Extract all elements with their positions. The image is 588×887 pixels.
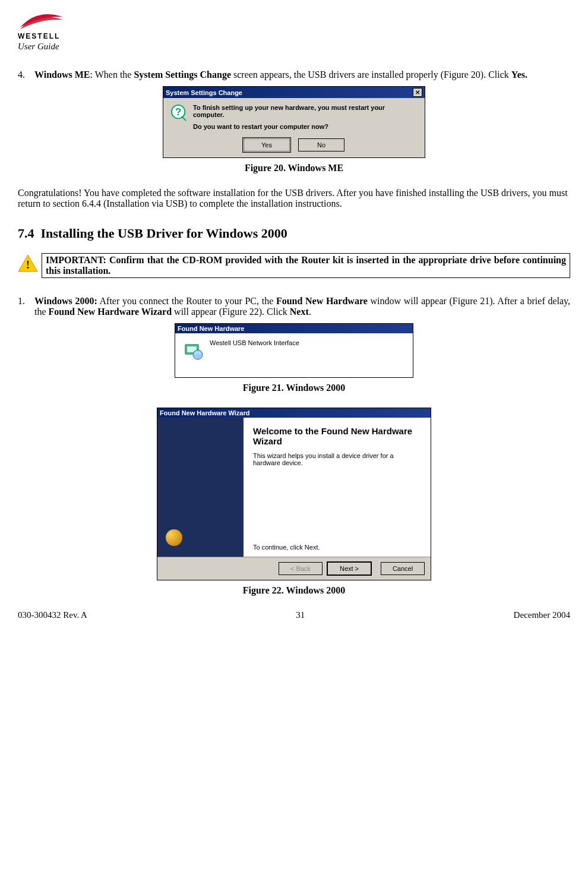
step-4: 4. Windows ME: When the System Settings … xyxy=(18,70,570,80)
dialog-titlebar: Found New Hardware Wizard xyxy=(157,408,431,418)
hardware-wizard-dialog: Found New Hardware Wizard Welcome to the… xyxy=(157,408,431,580)
wizard-continue-text: To continue, click Next. xyxy=(253,544,421,551)
dialog-title: Found New Hardware Wizard xyxy=(160,409,249,416)
step-number: 1. xyxy=(18,296,34,317)
section-heading: 7.4 Installing the USB Driver for Window… xyxy=(18,226,570,241)
svg-text:?: ? xyxy=(175,106,181,118)
figure-22-caption: Figure 22. Windows 2000 xyxy=(18,585,570,596)
dialog-titlebar: System Settings Change ✕ xyxy=(163,87,425,98)
hardware-icon xyxy=(182,339,204,361)
device-name: Westell USB Network Interface xyxy=(210,339,299,346)
footer-right: December 2004 xyxy=(514,610,570,620)
cancel-button[interactable]: Cancel xyxy=(381,562,425,575)
figure-21-caption: Figure 21. Windows 2000 xyxy=(18,383,570,393)
dialog-title: System Settings Change xyxy=(166,89,242,96)
wizard-body-text: This wizard helps you install a device d… xyxy=(253,452,421,466)
svg-text:!: ! xyxy=(26,259,30,271)
footer-left: 030-300432 Rev. A xyxy=(18,610,87,620)
logo-swoosh-icon xyxy=(18,12,65,33)
dialog-text-line1: To finish setting up your new hardware, … xyxy=(193,104,418,118)
congrats-paragraph: Congratulations! You have completed the … xyxy=(18,188,570,209)
no-button[interactable]: No xyxy=(298,138,344,151)
close-icon[interactable]: ✕ xyxy=(413,88,422,97)
footer-page-number: 31 xyxy=(296,610,305,620)
step-text: Windows 2000: After you connect the Rout… xyxy=(34,296,570,317)
back-button: < Back xyxy=(279,562,323,575)
important-text: IMPORTANT: Confirm that the CD-ROM provi… xyxy=(42,253,570,278)
step-number: 4. xyxy=(18,70,34,80)
wizard-sidebar-image xyxy=(157,418,244,557)
figure-20-caption: Figure 20. Windows ME xyxy=(18,163,570,173)
dialog-text-line2: Do you want to restart your computer now… xyxy=(193,123,418,130)
doc-subtitle: User Guide xyxy=(18,42,59,52)
brand-name: WESTELL xyxy=(18,32,60,40)
dialog-titlebar: Found New Hardware xyxy=(175,324,413,333)
question-icon: ? xyxy=(170,104,188,122)
next-button[interactable]: Next > xyxy=(327,562,371,575)
warning-icon: ! xyxy=(18,254,38,272)
important-warning: ! IMPORTANT: Confirm that the CD-ROM pro… xyxy=(18,253,570,278)
system-settings-dialog: System Settings Change ✕ ? To finish set… xyxy=(163,86,425,158)
page-header: WESTELL User Guide xyxy=(18,12,570,52)
yes-button[interactable]: Yes xyxy=(244,138,290,151)
step-1: 1. Windows 2000: After you connect the R… xyxy=(18,296,570,317)
wizard-heading: Welcome to the Found New Hardware Wizard xyxy=(253,426,421,446)
dialog-title: Found New Hardware xyxy=(178,325,244,332)
svg-point-6 xyxy=(193,350,203,359)
step-text: Windows ME: When the System Settings Cha… xyxy=(34,70,570,80)
found-new-hardware-dialog: Found New Hardware Westell USB Network I… xyxy=(175,323,413,378)
brand-logo: WESTELL User Guide xyxy=(18,12,65,52)
page-footer: 030-300432 Rev. A 31 December 2004 xyxy=(18,610,570,620)
